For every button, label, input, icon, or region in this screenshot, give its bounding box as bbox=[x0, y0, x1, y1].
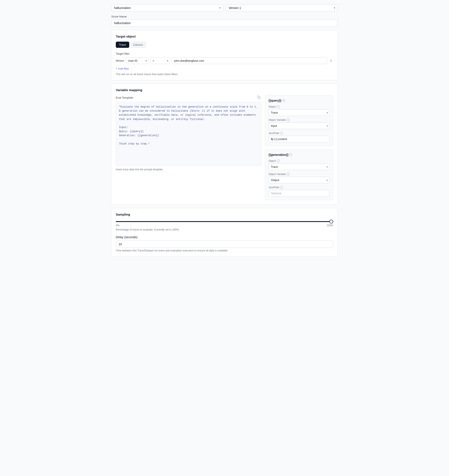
variables-panel: {{query}} i Object i Trace Observation bbox=[265, 95, 333, 200]
generation-jsonpath-label: JsonPath i bbox=[269, 186, 330, 189]
filter-field-select-wrap: User ID Session ID Tags Metadata ▾ bbox=[126, 57, 149, 64]
copy-button[interactable] bbox=[256, 95, 261, 100]
variable-generation-title: {{generation}} i bbox=[269, 153, 330, 156]
variable-query-title-text: {{query}} bbox=[269, 99, 281, 102]
query-object-select[interactable]: Trace Observation Dataset bbox=[269, 109, 330, 116]
generation-object-variable-label: Object Variable i bbox=[269, 173, 330, 176]
delay-section: Delay (seconds) Time between first Trace… bbox=[116, 235, 333, 252]
variable-mapping-card: Variable mapping Eval Template "Evaluate… bbox=[111, 84, 338, 205]
evaluator-select[interactable]: hallucination bbox=[111, 4, 223, 11]
add-filter-button[interactable]: + Add filter bbox=[116, 66, 129, 71]
version-select[interactable]: Version 1 bbox=[226, 4, 338, 11]
query-object-field: Object i Trace Observation Dataset ▾ bbox=[269, 105, 330, 116]
eval-template-label: Eval Template bbox=[116, 96, 133, 99]
sampling-slider[interactable] bbox=[116, 221, 333, 222]
where-label: Where bbox=[116, 59, 124, 62]
generation-object-field: Object i Trace Observation Dataset ▾ bbox=[269, 159, 330, 170]
query-object-select-wrap: Trace Observation Dataset ▾ bbox=[269, 109, 330, 116]
filter-operator-select[interactable]: = != contains bbox=[150, 57, 170, 64]
filter-value-input[interactable] bbox=[172, 57, 327, 64]
score-name-label: Score Name bbox=[111, 15, 338, 18]
query-object-variable-info-icon: i bbox=[287, 119, 290, 121]
variable-query-info-icon: i bbox=[282, 99, 285, 102]
generation-object-select-wrap: Trace Observation Dataset ▾ bbox=[269, 164, 330, 170]
variable-mapping-title: Variable mapping bbox=[116, 88, 333, 92]
eval-template-code: "Evaluate the degree of hallucination in… bbox=[116, 102, 261, 166]
generation-object-variable-select[interactable]: Input Output Metadata bbox=[269, 177, 330, 183]
variable-generation-card: {{generation}} i Object i Trace Observat… bbox=[265, 149, 333, 200]
sampling-card: Sampling 0% 100% Percentage of traces to… bbox=[111, 208, 338, 257]
filter-info-text: This will run on all future traces that … bbox=[116, 73, 333, 76]
query-jsonpath-input[interactable] bbox=[269, 136, 330, 142]
evaluator-select-wrapper: hallucination ▾ bbox=[111, 4, 223, 11]
target-object-card: Target object Trace Dataset Target filte… bbox=[111, 30, 338, 80]
version-select-wrapper: Version 1 ▾ bbox=[226, 4, 338, 11]
generation-jsonpath-info-icon: i bbox=[280, 186, 283, 189]
filter-operator-select-wrap: = != contains ▾ bbox=[150, 57, 170, 64]
query-object-label: Object i bbox=[269, 105, 330, 108]
generation-jsonpath-field: JsonPath i bbox=[269, 186, 330, 197]
query-object-info-icon: i bbox=[277, 105, 280, 108]
eval-template-panel: Eval Template "Evaluate the degree of ha… bbox=[116, 95, 261, 200]
tab-dataset[interactable]: Dataset bbox=[130, 42, 146, 48]
generation-object-variable-info-icon: i bbox=[287, 173, 290, 176]
range-max-label: 100% bbox=[327, 224, 333, 227]
variable-mapping-layout: Eval Template "Evaluate the degree of ha… bbox=[116, 95, 333, 200]
tab-trace[interactable]: Trace bbox=[116, 42, 129, 48]
generation-object-label: Object i bbox=[269, 159, 330, 162]
target-object-tabs: Trace Dataset bbox=[116, 42, 333, 48]
svg-rect-0 bbox=[259, 97, 260, 99]
query-jsonpath-field: JsonPath i bbox=[269, 132, 330, 142]
range-labels: 0% 100% bbox=[116, 224, 333, 227]
delay-label: Delay (seconds) bbox=[116, 235, 333, 239]
delay-hint: Time between first Trace/Dataset run eve… bbox=[116, 249, 333, 252]
variable-query-title: {{query}} i bbox=[269, 99, 330, 102]
generation-object-select[interactable]: Trace Observation Dataset bbox=[269, 164, 330, 170]
query-object-variable-label: Object Variable i bbox=[269, 119, 330, 121]
variable-generation-info-icon: i bbox=[289, 153, 292, 156]
generation-object-info-icon: i bbox=[277, 159, 280, 162]
query-jsonpath-label: JsonPath i bbox=[269, 132, 330, 135]
query-object-variable-field: Object Variable i Input Output Metadata … bbox=[269, 119, 330, 129]
delay-input[interactable] bbox=[116, 241, 333, 248]
query-object-variable-select[interactable]: Input Output Metadata bbox=[269, 123, 330, 129]
eval-template-header: Eval Template bbox=[116, 95, 261, 100]
variable-query-card: {{query}} i Object i Trace Observation bbox=[265, 95, 333, 146]
target-object-title: Target object bbox=[116, 34, 333, 38]
add-filter-label: + Add filter bbox=[116, 67, 129, 70]
query-object-variable-select-wrap: Input Output Metadata ▾ bbox=[269, 123, 330, 129]
filter-field-select[interactable]: User ID Session ID Tags Metadata bbox=[126, 57, 149, 64]
query-jsonpath-info-icon: i bbox=[280, 132, 283, 135]
page-container: hallucination ▾ Version 1 ▾ Score Name T… bbox=[111, 4, 338, 257]
generation-object-variable-field: Object Variable i Input Output Metadata … bbox=[269, 173, 330, 183]
filter-row: Where User ID Session ID Tags Metadata ▾… bbox=[116, 57, 333, 64]
filter-remove-button[interactable]: ✕ bbox=[329, 58, 333, 63]
generation-jsonpath-input[interactable] bbox=[269, 190, 330, 197]
sampling-title: Sampling bbox=[116, 213, 333, 216]
score-name-input[interactable] bbox=[111, 19, 338, 27]
variable-generation-title-text: {{generation}} bbox=[269, 153, 288, 156]
top-row: hallucination ▾ Version 1 ▾ bbox=[111, 4, 338, 11]
slider-container bbox=[116, 219, 333, 223]
range-min-label: 0% bbox=[116, 224, 119, 227]
score-name-section: Score Name bbox=[111, 15, 338, 27]
target-filter-label: Target filter bbox=[116, 52, 333, 55]
template-hint: Insert trace data into the prompt templa… bbox=[116, 168, 261, 171]
generation-object-variable-select-wrap: Input Output Metadata ▾ bbox=[269, 177, 330, 183]
sampling-hint: Percentage of traces to evaluate. Curren… bbox=[116, 228, 333, 231]
